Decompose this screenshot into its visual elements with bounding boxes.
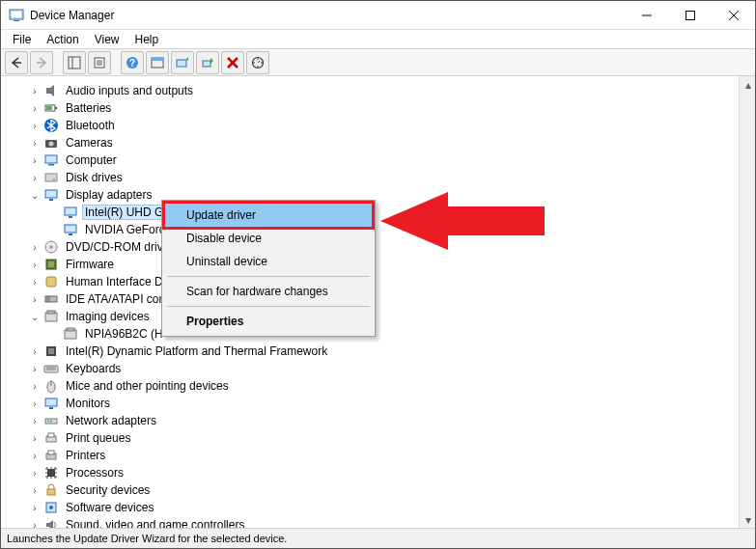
tree-node[interactable]: ›Bluetooth — [28, 117, 739, 134]
tree-node[interactable]: ›Human Interface D — [28, 273, 739, 290]
svg-rect-50 — [67, 328, 74, 331]
svg-rect-4 — [686, 11, 694, 19]
expand-icon[interactable]: › — [28, 121, 42, 131]
tree-node[interactable]: ›Monitors — [28, 395, 739, 412]
context-menu-disable-device[interactable]: Disable device — [165, 227, 372, 250]
menu-action[interactable]: Action — [39, 31, 86, 48]
expand-icon[interactable]: › — [28, 155, 42, 166]
expand-icon[interactable]: › — [28, 433, 42, 444]
uninstall-device-button[interactable] — [221, 51, 244, 74]
expand-icon[interactable]: › — [28, 277, 42, 288]
expand-icon[interactable]: › — [28, 451, 42, 461]
expand-icon[interactable]: › — [28, 86, 42, 96]
maximize-button[interactable] — [668, 1, 712, 29]
context-menu-update-driver[interactable]: Update driver — [162, 201, 375, 230]
context-menu-properties[interactable]: Properties — [165, 310, 372, 333]
expand-icon[interactable]: › — [28, 381, 42, 392]
tree-node[interactable]: ›Print queues — [28, 429, 739, 447]
tree-node[interactable]: ›Batteries — [28, 99, 739, 117]
toolbar: ? — [1, 49, 755, 76]
scan-hardware-button[interactable] — [246, 51, 269, 74]
expand-icon[interactable]: › — [28, 242, 42, 253]
tree-node-label: Print queues — [63, 430, 133, 446]
svg-rect-38 — [69, 233, 72, 235]
context-menu-scan-hardware[interactable]: Scan for hardware changes — [165, 280, 372, 303]
minimize-button[interactable] — [625, 1, 668, 29]
titlebar: Device Manager — [1, 1, 755, 30]
expand-icon[interactable]: › — [28, 173, 42, 183]
tree-node-label: Sound, video and game controllers — [63, 517, 247, 528]
scroll-up-icon[interactable]: ▴ — [740, 76, 755, 93]
svg-rect-42 — [48, 261, 54, 267]
collapse-icon[interactable]: ⌄ — [28, 312, 42, 322]
show-hide-console-tree-button[interactable] — [63, 51, 86, 74]
scroll-down-icon[interactable]: ▾ — [740, 511, 755, 528]
tree-node[interactable]: ›Processors — [28, 464, 739, 481]
expand-icon[interactable]: › — [28, 364, 42, 374]
tree-node[interactable]: ›Computer — [28, 151, 739, 169]
svg-rect-67 — [47, 469, 55, 477]
vertical-scrollbar[interactable]: ▴ ▾ — [739, 76, 755, 528]
enable-device-button[interactable] — [196, 51, 219, 74]
forward-button[interactable] — [30, 51, 53, 74]
close-button[interactable] — [712, 1, 755, 29]
context-menu-uninstall-device[interactable]: Uninstall device — [165, 250, 372, 273]
update-driver-button[interactable] — [171, 51, 194, 74]
imaging-icon — [63, 326, 78, 342]
tree-node[interactable]: ›Printers — [28, 447, 739, 464]
tree-node[interactable]: ›Keyboards — [28, 360, 739, 377]
svg-rect-18 — [203, 61, 210, 67]
battery-icon — [43, 100, 59, 116]
processor-icon — [43, 465, 59, 480]
svg-rect-25 — [46, 106, 52, 110]
tree-node[interactable]: ›Security devices — [28, 481, 739, 499]
software-icon — [43, 500, 59, 515]
expand-icon[interactable]: › — [28, 416, 42, 426]
svg-point-70 — [49, 506, 53, 509]
dvd-icon — [43, 239, 59, 255]
svg-text:?: ? — [129, 58, 135, 69]
expand-icon[interactable]: › — [28, 138, 42, 149]
tree-node-label: Firmware — [63, 257, 117, 272]
app-icon — [9, 8, 24, 23]
tree-node[interactable]: ›Audio inputs and outputs — [28, 82, 739, 99]
svg-rect-64 — [48, 433, 54, 437]
tree-node-label: Batteries — [63, 100, 114, 116]
expand-icon[interactable]: › — [28, 485, 42, 496]
tree-node-label: Intel(R) Dynamic Platform and Thermal Fr… — [63, 343, 330, 359]
tree-node-label: Human Interface D — [63, 274, 166, 289]
tree-node[interactable]: ›IDE ATA/ATAPI con — [28, 290, 739, 308]
tree-node[interactable]: ›Mice and other pointing devices — [28, 377, 739, 395]
svg-rect-48 — [47, 311, 55, 314]
expand-icon[interactable]: › — [28, 398, 42, 409]
menu-help[interactable]: Help — [127, 31, 167, 48]
tree-node-label: Security devices — [63, 482, 153, 498]
window-title: Device Manager — [30, 9, 114, 22]
imaging-icon — [43, 309, 59, 324]
properties-button[interactable] — [88, 51, 111, 74]
expand-icon[interactable]: › — [28, 468, 42, 479]
expand-icon[interactable]: › — [28, 103, 42, 114]
action-toolbar-button[interactable] — [146, 51, 169, 74]
tree-node[interactable]: ›Software devices — [28, 499, 739, 516]
menu-view[interactable]: View — [87, 31, 127, 48]
expand-icon[interactable]: › — [28, 520, 42, 529]
device-manager-window: Device Manager File Action View Help ? ›… — [0, 0, 756, 549]
tree-node[interactable]: ›Cameras — [28, 134, 739, 151]
tree-node[interactable]: ⌄Imaging devices — [28, 308, 739, 325]
menu-file[interactable]: File — [5, 31, 39, 48]
security-icon — [43, 482, 59, 498]
expand-icon[interactable]: › — [28, 294, 42, 305]
expand-icon[interactable]: › — [28, 260, 42, 270]
back-button[interactable] — [5, 51, 28, 74]
expand-icon[interactable]: › — [28, 503, 42, 513]
tree-node[interactable]: ›Intel(R) Dynamic Platform and Thermal F… — [28, 343, 739, 360]
expand-icon[interactable]: › — [28, 346, 42, 357]
tree-node[interactable]: NPIA96B2C (H — [47, 325, 739, 343]
tree-node[interactable]: ›Sound, video and game controllers — [28, 516, 739, 528]
tree-node[interactable]: ›Network adapters — [28, 412, 739, 429]
collapse-icon[interactable]: ⌄ — [28, 190, 42, 201]
svg-rect-68 — [47, 489, 55, 495]
help-button[interactable]: ? — [121, 51, 144, 74]
svg-rect-7 — [69, 57, 80, 69]
